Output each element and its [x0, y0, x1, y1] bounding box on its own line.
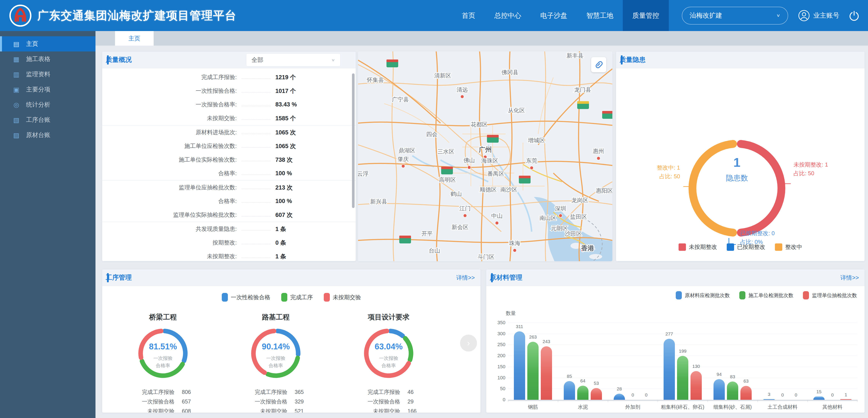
map-label: 清远 — [457, 86, 468, 93]
bar-监理单位抽检批次数-细集料(砂、石屑)[interactable] — [740, 386, 752, 400]
map-label: 南山区 — [539, 215, 556, 221]
bar-施工单位检测批次数-水泥[interactable] — [577, 386, 589, 400]
sidebar-item-主要分项[interactable]: ▣主要分项 — [0, 82, 95, 97]
scrollbar-thumb[interactable] — [352, 73, 354, 208]
bar-监理单位抽检批次数-其他材料[interactable] — [840, 399, 851, 400]
legend-item-已按期整改[interactable]: 已按期整改 — [727, 243, 765, 251]
legend-item-一次性检验合格[interactable]: 一次性检验合格 — [222, 293, 270, 302]
process-details-link[interactable]: 详情>> — [456, 274, 475, 281]
y-axis-tick: 300 — [490, 331, 505, 336]
bar-施工单位检测批次数-粗集料(碎石、卵石)[interactable] — [677, 356, 688, 400]
map-pin-icon[interactable] — [463, 214, 467, 217]
app-header: 广东交通集团汕梅改扩建项目管理平台 首页总控中心电子沙盘智慧工地质量管控 汕梅改… — [0, 0, 868, 31]
map-pin-icon[interactable] — [513, 249, 517, 252]
sidebar-item-原材台账[interactable]: ▨原材台账 — [0, 127, 95, 143]
bar-value-label: 53 — [587, 381, 606, 386]
y-axis-tick: 350 — [490, 320, 505, 326]
sidebar-item-统计分析[interactable]: ◎统计分析 — [0, 97, 95, 112]
region-map[interactable]: 怀集县清新区佛冈县新丰县清远龙门县广宁县从化区花都区四会增城区广州三水区鼎湖区肇… — [358, 52, 612, 261]
y-axis-tick: 150 — [490, 364, 505, 369]
bar-原材料应检测批次数-水泥[interactable] — [564, 381, 575, 400]
chart-title: 路基工程 — [219, 312, 332, 322]
map-label: 云浮 — [358, 171, 369, 177]
stat-row: 原材料进场批次:1065 次 — [102, 125, 356, 139]
main-content: 主页 质量概况 全部 ∨ 完成工序报验:1219 个一次性报验合格:1017 个… — [95, 31, 868, 418]
map-expand-button[interactable] — [591, 57, 606, 72]
x-axis-category: 粗集料(碎石、卵石) — [658, 404, 708, 410]
bar-原材料应检测批次数-钢筋[interactable] — [514, 331, 525, 400]
bar-value-label: 0 — [786, 392, 806, 397]
bar-施工单位检测批次数-细集料(砂、石屑)[interactable] — [727, 382, 738, 400]
nav-item-质量管控[interactable]: 质量管控 — [623, 0, 669, 31]
x-axis-category: 外加剂 — [608, 404, 658, 410]
bar-value-label: 63 — [736, 379, 756, 384]
map-pin-icon[interactable] — [467, 166, 471, 169]
map-label: 东莞 — [526, 157, 537, 164]
stat-label: 施工单位应检验次数: — [111, 142, 237, 150]
scope-filter-select[interactable]: 全部 ∨ — [246, 53, 340, 66]
map-label: 花都区 — [471, 121, 488, 128]
highway-shield-icon — [399, 236, 411, 243]
sidebar-item-工序台账[interactable]: ▧工序台账 — [0, 112, 95, 127]
process-chart-桥梁工程: 桥梁工程81.51%一次报验合格率完成工序报验806一次报验合格657未按期交验… — [106, 306, 219, 409]
map-label: 惠阳区 — [596, 187, 612, 194]
bar-原材料应检测批次数-土工合成材料[interactable] — [764, 399, 775, 400]
sidebar-item-监理资料[interactable]: ▥监理资料 — [0, 67, 95, 82]
nav-item-首页[interactable]: 首页 — [452, 0, 485, 31]
legend-item-未按期交验[interactable]: 未按期交验 — [324, 293, 361, 302]
legend-item-未按期整改[interactable]: 未按期整改 — [679, 243, 717, 251]
nav-item-总控中心[interactable]: 总控中心 — [485, 0, 531, 31]
page-title: 广东交通集团汕梅改扩建项目管理平台 — [37, 8, 237, 23]
sidebar-item-施工表格[interactable]: ▦施工表格 — [0, 52, 95, 67]
stat-label: 原材料进场批次: — [111, 128, 237, 136]
map-label: 广州 — [478, 146, 492, 153]
legend-item-完成工序[interactable]: 完成工序 — [281, 293, 313, 302]
map-pin-icon[interactable] — [495, 221, 499, 225]
user-account[interactable]: 业主账号 — [798, 10, 839, 22]
legend-item-整改中[interactable]: 整改中 — [775, 243, 802, 251]
x-axis-category: 土工合成材料 — [757, 404, 807, 410]
pass-rate-value: 63.04% — [361, 342, 417, 351]
hazard-callout-overdue: 未按期整改: 1 占比: 50 — [794, 160, 828, 178]
x-axis-category: 水泥 — [558, 404, 608, 410]
map-pin-icon[interactable] — [597, 156, 600, 160]
tab-home[interactable]: 主页 — [115, 31, 154, 46]
bar-value-label: 311 — [510, 324, 529, 329]
bar-原材料应检测批次数-粗集料(碎石、卵石)[interactable] — [663, 339, 675, 400]
panel-title: 质量隐患 — [620, 55, 646, 64]
stat-label: 按期整改: — [111, 239, 237, 246]
logout-power-icon[interactable] — [848, 10, 860, 21]
map-label: 三水区 — [437, 148, 455, 155]
project-select[interactable]: 汕梅改扩建 ∨ — [682, 7, 788, 25]
stat-label: 一次报验合格率: — [111, 101, 237, 108]
process-stat-row: 未按期交验166 — [332, 406, 445, 413]
map-label: 南沙区 — [500, 186, 517, 193]
carousel-next-button[interactable]: › — [460, 335, 477, 352]
map-label: 新会区 — [452, 224, 468, 230]
stat-label: 共发现质量隐患: — [111, 225, 237, 233]
map-label: 盐田区 — [570, 213, 587, 220]
nav-item-电子沙盘[interactable]: 电子沙盘 — [531, 0, 577, 31]
map-pin-icon[interactable] — [461, 95, 464, 98]
stat-value: 738 次 — [275, 156, 340, 164]
hazard-donut-center: 1 隐患数 — [693, 155, 780, 183]
link-icon — [594, 60, 603, 69]
map-pin-icon[interactable] — [530, 166, 533, 170]
process-stat-row: 未按期交验608 — [106, 406, 219, 413]
map-label: 鼎湖区 — [398, 147, 415, 154]
statistics-icon: ◎ — [12, 101, 21, 109]
bar-监理单位抽检批次数-钢筋[interactable] — [541, 346, 552, 400]
map-pin-icon[interactable] — [401, 165, 405, 168]
bar-监理单位抽检批次数-粗集料(碎石、卵石)[interactable] — [690, 371, 702, 400]
chart-title: 桥梁工程 — [106, 312, 219, 322]
sidebar-item-主页[interactable]: ▤主页 — [0, 36, 95, 52]
nav-item-智慧工地[interactable]: 智慧工地 — [577, 0, 623, 31]
map-panel[interactable]: 怀集县清新区佛冈县新丰县清远龙门县广宁县从化区花都区四会增城区广州三水区鼎湖区肇… — [358, 52, 612, 261]
map-pin-icon[interactable] — [559, 214, 562, 217]
sidebar-item-label: 统计分析 — [26, 100, 50, 109]
map-label: 惠州 — [593, 148, 604, 154]
bar-原材料应检测批次数-细集料(砂、石屑)[interactable] — [713, 379, 725, 400]
bar-监理单位抽检批次数-水泥[interactable] — [591, 388, 602, 400]
bar-施工单位检测批次数-钢筋[interactable] — [527, 342, 538, 400]
main-items-icon: ▣ — [12, 86, 21, 93]
